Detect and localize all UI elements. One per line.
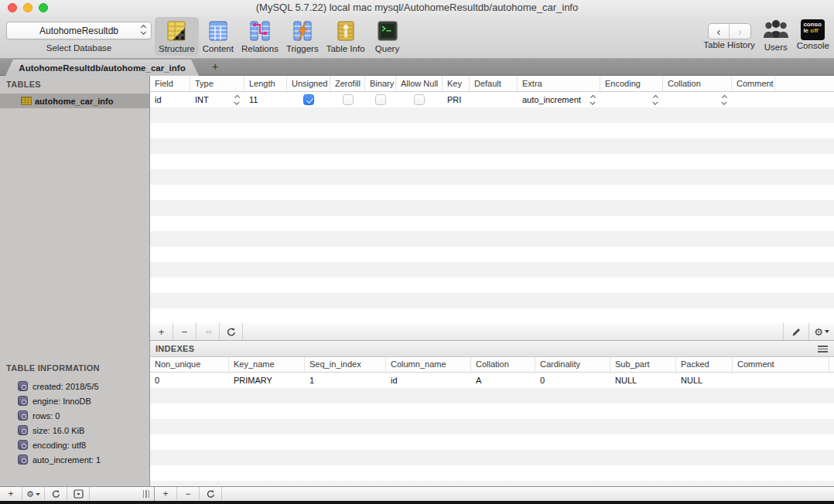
idx-non-unique-cell[interactable]: 0 bbox=[150, 373, 229, 388]
toolbar-right: ‹ › Table History Users bbox=[696, 17, 829, 52]
stepper-icon[interactable] bbox=[654, 96, 658, 104]
stepper-icon[interactable] bbox=[235, 96, 239, 104]
idx-key-name-cell[interactable]: PRIMARY bbox=[229, 373, 305, 388]
field-row-id[interactable]: id INT 11 bbox=[150, 92, 834, 107]
bottom-bar: + ⚙ + − bbox=[0, 486, 834, 501]
column-header-collation[interactable]: Collation bbox=[663, 76, 732, 91]
zoom-window-button[interactable] bbox=[39, 3, 48, 12]
sidebar-resize-handle[interactable] bbox=[143, 490, 150, 498]
users-label: Users bbox=[764, 43, 788, 52]
indexes-section-bar: INDEXES bbox=[150, 341, 834, 357]
edit-field-button[interactable] bbox=[783, 323, 808, 340]
idx-sub-part-cell[interactable]: NULL bbox=[610, 373, 676, 388]
database-select-area: AutohomeResultdb Select Database bbox=[6, 22, 152, 53]
binary-checkbox[interactable] bbox=[375, 94, 386, 105]
idx-header-cardinality[interactable]: Cardinality bbox=[535, 357, 610, 372]
hamburger-icon[interactable] bbox=[818, 346, 828, 354]
database-select[interactable]: AutohomeResultdb bbox=[6, 22, 152, 39]
table-icon bbox=[21, 97, 32, 105]
select-arrows-icon bbox=[142, 26, 145, 34]
column-header-type[interactable]: Type bbox=[190, 76, 244, 91]
comment-cell[interactable] bbox=[732, 92, 775, 107]
default-cell[interactable] bbox=[470, 92, 518, 107]
idx-header-seq-in-index[interactable]: Seq_in_index bbox=[305, 357, 386, 372]
field-type-cell[interactable]: INT bbox=[190, 92, 244, 107]
idx-header-column-name[interactable]: Column_name bbox=[386, 357, 471, 372]
column-header-default[interactable]: Default bbox=[470, 76, 518, 91]
info-item-encoding: encoding: utf8 bbox=[18, 438, 101, 452]
tab-triggers[interactable]: Triggers bbox=[282, 17, 323, 56]
unsigned-checkbox[interactable] bbox=[303, 94, 314, 105]
index-row-primary[interactable]: 0 PRIMARY 1 id A 0 NULL NULL bbox=[150, 373, 834, 388]
idx-seq-cell[interactable]: 1 bbox=[305, 373, 386, 388]
table-actions-button[interactable]: ⚙ bbox=[22, 487, 45, 501]
console-button[interactable]: conso le off Console bbox=[797, 17, 829, 50]
toggle-console-button[interactable] bbox=[67, 487, 90, 501]
view-button-label: Structure bbox=[159, 44, 195, 53]
idx-header-comment[interactable]: Comment bbox=[733, 357, 829, 372]
content-icon bbox=[206, 19, 231, 43]
refresh-fields-button[interactable] bbox=[220, 323, 243, 340]
stepper-icon[interactable] bbox=[591, 96, 595, 104]
idx-header-collation[interactable]: Collation bbox=[471, 357, 535, 372]
info-item-engine: engine: InnoDB bbox=[18, 393, 101, 408]
structure-rows: id INT 11 bbox=[150, 92, 834, 323]
key-cell[interactable]: PRI bbox=[443, 92, 470, 107]
column-header-key[interactable]: Key bbox=[443, 76, 470, 91]
idx-comment-cell[interactable] bbox=[733, 373, 829, 388]
zerofill-checkbox[interactable] bbox=[343, 94, 354, 105]
remove-field-button[interactable]: − bbox=[173, 323, 197, 340]
table-history-label: Table History bbox=[703, 40, 754, 49]
column-header-zerofill[interactable]: Zerofill bbox=[330, 76, 365, 91]
column-header-extra[interactable]: Extra bbox=[518, 76, 600, 91]
idx-header-non-unique[interactable]: Non_unique bbox=[150, 357, 229, 372]
column-header-comment[interactable]: Comment bbox=[732, 76, 775, 91]
users-button[interactable]: Users bbox=[763, 17, 789, 52]
field-length-cell[interactable]: 11 bbox=[244, 92, 287, 107]
column-header-field[interactable]: Field bbox=[150, 76, 190, 91]
idx-header-packed[interactable]: Packed bbox=[676, 357, 733, 372]
extra-cell[interactable]: auto_increment bbox=[518, 92, 600, 107]
active-table-tab[interactable]: AutohomeResultdb/autohome_car_info bbox=[5, 60, 199, 76]
history-back-button[interactable]: ‹ bbox=[709, 24, 730, 39]
idx-column-name-cell[interactable]: id bbox=[386, 373, 471, 388]
allow-null-checkbox[interactable] bbox=[414, 94, 425, 105]
add-index-button[interactable]: + bbox=[155, 487, 177, 501]
idx-header-key-name[interactable]: Key_name bbox=[229, 357, 305, 372]
refresh-tables-button[interactable] bbox=[45, 487, 67, 501]
refresh-icon bbox=[227, 327, 236, 337]
add-table-button[interactable]: + bbox=[0, 487, 22, 501]
zerofill-checkbox-cell bbox=[330, 92, 365, 107]
field-options-button[interactable]: ⚙ bbox=[808, 323, 834, 340]
duplicate-field-button[interactable]: ++ bbox=[197, 323, 220, 340]
remove-index-button[interactable]: − bbox=[177, 487, 200, 501]
structure-icon bbox=[164, 19, 189, 43]
stepper-icon[interactable] bbox=[723, 96, 726, 104]
minimize-window-button[interactable] bbox=[23, 3, 32, 12]
column-header-unsigned[interactable]: Unsigned bbox=[287, 76, 330, 91]
column-header-binary[interactable]: Binary bbox=[365, 76, 396, 91]
column-header-length[interactable]: Length bbox=[244, 76, 287, 91]
info-item-created: created: 2018/5/5 bbox=[18, 379, 101, 393]
add-tab-button[interactable]: + bbox=[207, 59, 223, 75]
field-name-cell[interactable]: id bbox=[150, 92, 190, 107]
tab-table-info[interactable]: Table Info bbox=[323, 17, 369, 56]
encoding-cell[interactable] bbox=[600, 92, 663, 107]
close-window-button[interactable] bbox=[8, 3, 17, 12]
sidebar-item-autohome-car-info[interactable]: autohome_car_info bbox=[0, 94, 149, 108]
tab-content[interactable]: Content bbox=[199, 17, 238, 56]
idx-header-sub-part[interactable]: Sub_part bbox=[610, 357, 676, 372]
refresh-indexes-button[interactable] bbox=[200, 487, 222, 501]
tab-structure[interactable]: Structure bbox=[155, 17, 199, 56]
idx-cardinality-cell[interactable]: 0 bbox=[535, 373, 610, 388]
tab-query[interactable]: Query bbox=[369, 17, 406, 56]
idx-packed-cell[interactable]: NULL bbox=[676, 373, 733, 388]
add-field-button[interactable]: + bbox=[150, 323, 173, 340]
tab-relations[interactable]: Relations bbox=[238, 17, 282, 56]
column-header-encoding[interactable]: Encoding bbox=[600, 76, 663, 91]
history-forward-button[interactable]: › bbox=[730, 24, 750, 39]
indexes-rows: 0 PRIMARY 1 id A 0 NULL NULL bbox=[150, 373, 834, 486]
collation-cell[interactable] bbox=[663, 92, 732, 107]
idx-collation-cell[interactable]: A bbox=[471, 373, 535, 388]
column-header-allow-null[interactable]: Allow Null bbox=[396, 76, 443, 91]
